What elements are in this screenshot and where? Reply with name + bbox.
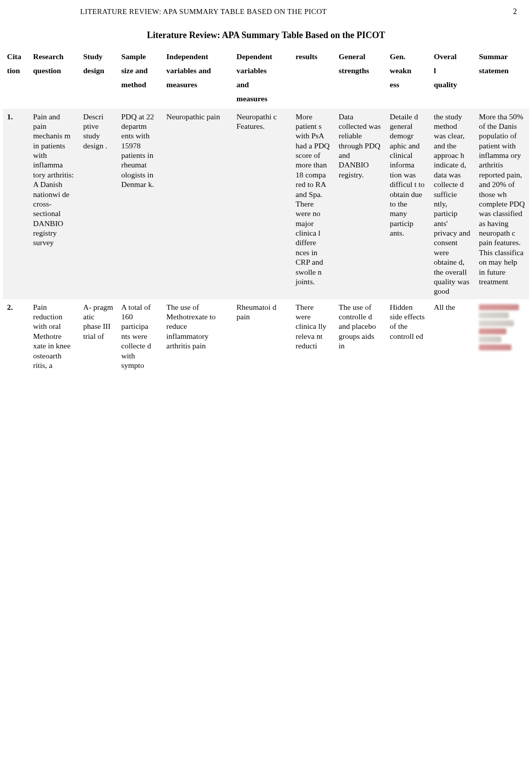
running-head: LITERATURE REVIEW: APA SUMMARY TABLE BAS…: [0, 7, 532, 25]
cell-dependent: Neuropathi c Features.: [232, 109, 292, 299]
header-study: Studydesign: [79, 47, 117, 109]
cell-citation: 1.: [3, 109, 29, 299]
blur-bar: [479, 344, 511, 350]
cell-sample: PDQ at 22 departm ents with 15978 patien…: [117, 109, 162, 299]
table-head: Citation Researchquestion Studydesign Sa…: [3, 47, 529, 109]
cell-results: More patient s with PsA had a PDQ score …: [292, 109, 335, 299]
cell-gen-weak: Detaile d general demogr aphic and clini…: [386, 109, 430, 299]
blur-bar: [479, 304, 519, 310]
header-general: Generalstrengths: [335, 47, 386, 109]
cell-overall: the study method was clear, and the appr…: [430, 109, 475, 299]
page: LITERATURE REVIEW: APA SUMMARY TABLE BAS…: [0, 0, 532, 780]
blur-bar: [479, 336, 501, 342]
cell-independent: The use of Methotrexate to reduce inflam…: [162, 299, 232, 373]
header-gen-weak: Gen.weakness: [386, 47, 430, 109]
cell-general: Data collected was reliable through PDQ …: [335, 109, 386, 299]
cell-results: There were clinica lly releva nt reducti: [292, 299, 335, 373]
cell-summary: More tha 50% of the Danis populatio of p…: [475, 109, 529, 299]
table-wrapper: Citation Researchquestion Studydesign Sa…: [0, 47, 532, 373]
header-question: Researchquestion: [29, 47, 79, 109]
blur-bar: [479, 328, 506, 334]
header-overall: Overallquality: [430, 47, 475, 109]
picot-table: Citation Researchquestion Studydesign Sa…: [3, 47, 529, 373]
cell-sample: A total of 160 participa nts were collec…: [117, 299, 162, 373]
cell-study: Descri ptive study design .: [79, 109, 117, 299]
header-citation: Citation: [3, 47, 29, 109]
blur-bar: [479, 320, 514, 326]
cell-citation: 2.: [3, 299, 29, 373]
header-dependent: Dependentvariablesandmeasures: [232, 47, 292, 109]
header-sample: Samplesize andmethod: [117, 47, 162, 109]
cell-general: The use of controlle d and placebo group…: [335, 299, 386, 373]
table-row: 1. Pain and pain mechanis m in patients …: [3, 109, 529, 299]
cell-dependent: Rheumatoi d pain: [232, 299, 292, 373]
blurred-watermark: [479, 304, 525, 350]
cell-overall: All the: [430, 299, 475, 373]
header-results: results: [292, 47, 335, 109]
page-title: Literature Review: APA Summary Table Bas…: [0, 30, 532, 41]
header-independent: Independentvariables andmeasures: [162, 47, 232, 109]
cell-gen-weak: Hidden side effects of the controll ed: [386, 299, 430, 373]
header-summary: Summarstatemen: [475, 47, 529, 109]
table-row: 2. Pain reduction with oral Methotre xat…: [3, 299, 529, 373]
cell-question: Pain and pain mechanis m in patients wit…: [29, 109, 79, 299]
header-row: Citation Researchquestion Studydesign Sa…: [3, 47, 529, 109]
cell-question: Pain reduction with oral Methotre xate i…: [29, 299, 79, 373]
running-head-left: LITERATURE REVIEW: APA SUMMARY TABLE BAS…: [80, 8, 327, 16]
page-number: 2: [513, 7, 517, 16]
blur-bar: [479, 312, 509, 318]
cell-study: A- pragm atic phase III trial of: [79, 299, 117, 373]
cell-independent: Neuropathic pain: [162, 109, 232, 299]
cell-summary: [475, 299, 529, 373]
table-body: 1. Pain and pain mechanis m in patients …: [3, 109, 529, 373]
